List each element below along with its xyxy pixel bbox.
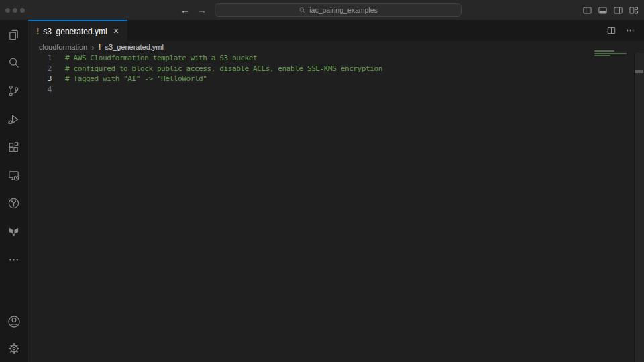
editor-actions [606, 20, 644, 41]
vscode-window: ← → iac_pairing_examples [0, 0, 644, 362]
sidebar-item-explorer[interactable] [0, 20, 28, 48]
code-editor[interactable]: 1 # AWS Cloudformation template with a S… [28, 53, 644, 95]
sidebar-item-source-control[interactable] [0, 76, 28, 105]
tab-s3-generated-yml[interactable]: ! s3_generated.yml ✕ [28, 20, 127, 41]
sidebar-item-git-graph[interactable] [0, 189, 28, 217]
tab-problem-indicator: ! [36, 27, 39, 36]
sidebar-item-settings[interactable] [0, 335, 28, 362]
sidebar-item-remote-explorer[interactable] [0, 161, 28, 189]
code-line: 2 # configured to block public access, d… [28, 64, 644, 74]
tab-bar: ! s3_generated.yml ✕ [28, 20, 644, 41]
minimap[interactable] [594, 50, 632, 60]
settings-gear-icon [7, 342, 21, 355]
explorer-icon [7, 28, 20, 41]
chevron-right-icon: › [91, 44, 94, 51]
extensions-icon [7, 141, 20, 154]
more-actions-icon[interactable] [625, 25, 635, 36]
command-center-search[interactable]: iac_pairing_examples [215, 3, 462, 17]
code-line-active: 3 # Tagged with "AI" -> "HelloWorld" [28, 74, 644, 84]
toggle-panel-icon[interactable] [598, 5, 608, 15]
line-number: 1 [28, 53, 52, 64]
minimap-line-mark [594, 50, 614, 52]
remote-explorer-icon [7, 169, 20, 182]
customize-layout-icon[interactable] [629, 5, 639, 15]
toggle-secondary-sidebar-icon[interactable] [613, 5, 623, 15]
minimap-line-mark [594, 55, 610, 56]
go-forward-button[interactable]: → [197, 5, 207, 15]
vertical-scrollbar[interactable] [634, 53, 644, 362]
code-line: 1 # AWS Cloudformation template with a S… [28, 53, 644, 64]
git-graph-icon [7, 197, 20, 210]
terraform-icon [7, 225, 20, 238]
line-number: 2 [28, 64, 52, 74]
command-center-value: iac_pairing_examples [309, 6, 378, 14]
activity-bar [0, 20, 28, 362]
accounts-icon [7, 315, 21, 328]
breadcrumb-file[interactable]: s3_generated.yml [105, 43, 164, 51]
sidebar-item-terraform[interactable] [0, 217, 28, 245]
close-tab-icon[interactable]: ✕ [113, 27, 119, 36]
overview-ruler-cursor-marker [635, 70, 643, 73]
search-icon [299, 7, 306, 14]
code-line: 4 [28, 84, 644, 95]
history-navigation: ← → [180, 0, 207, 20]
search-icon [7, 56, 20, 69]
line-number: 3 [28, 74, 52, 84]
breadcrumb-problem-indicator: ! [99, 42, 101, 52]
layout-controls [582, 0, 639, 20]
minimap-line-mark [594, 53, 627, 54]
sidebar-item-accounts[interactable] [0, 308, 28, 335]
window-controls [5, 0, 25, 20]
split-editor-icon[interactable] [606, 25, 616, 36]
close-window-button[interactable] [5, 8, 10, 13]
line-content: # AWS Cloudformation template with a S3 … [65, 53, 257, 64]
tab-label: s3_generated.yml [43, 27, 107, 36]
title-bar: ← → iac_pairing_examples [0, 0, 644, 20]
breadcrumb-folder[interactable]: cloudformation [39, 43, 87, 51]
sidebar-item-extensions[interactable] [0, 133, 28, 161]
more-views-icon [7, 253, 20, 266]
line-number: 4 [28, 84, 52, 95]
breadcrumb: cloudformation › ! s3_generated.yml [28, 41, 644, 53]
source-control-icon [7, 84, 20, 97]
go-back-button[interactable]: ← [180, 5, 191, 15]
editor-group: ! s3_generated.yml ✕ cloudformation › ! … [28, 20, 644, 362]
sidebar-item-search[interactable] [0, 48, 28, 76]
line-content: # configured to block public access, dis… [65, 64, 382, 74]
toggle-primary-sidebar-icon[interactable] [582, 5, 592, 15]
sidebar-item-additional-views[interactable] [0, 245, 28, 274]
run-and-debug-icon [7, 113, 20, 125]
line-content: # Tagged with "AI" -> "HelloWorld" [65, 74, 207, 84]
zoom-window-button[interactable] [20, 8, 25, 13]
minimize-window-button[interactable] [13, 8, 17, 13]
sidebar-item-run-and-debug[interactable] [0, 105, 28, 133]
